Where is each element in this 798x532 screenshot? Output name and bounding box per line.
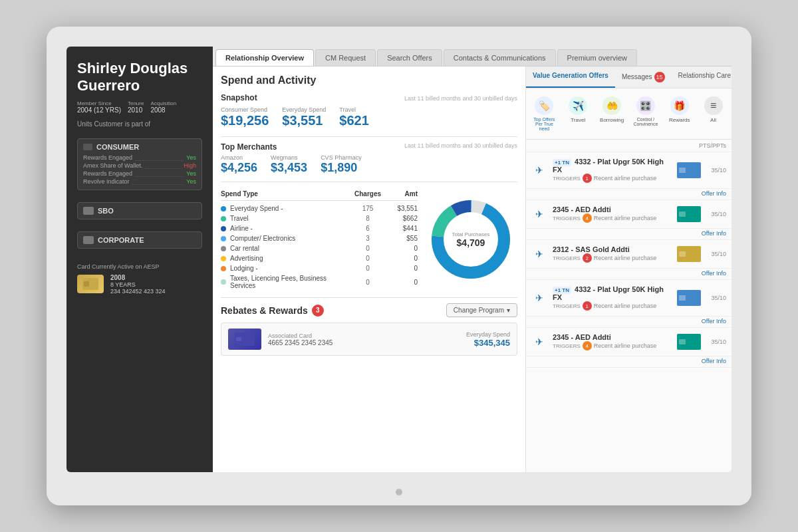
consumer-title: CONSUMER: [96, 143, 139, 151]
tab-search-offers[interactable]: Search Offers: [377, 49, 442, 66]
right-tab-messages[interactable]: Messages15: [615, 66, 672, 88]
consumer-icon: [83, 144, 92, 150]
travel-item: Travel $621: [339, 106, 369, 128]
tab-relationship-overview[interactable]: Relationship Overview: [215, 49, 314, 66]
spend-name: Lodging -: [230, 265, 351, 272]
trigger-text: Recent airline purchase: [594, 255, 657, 261]
svg-rect-1: [84, 281, 89, 287]
borrowing-icon: 🤲: [602, 96, 621, 115]
trigger-badge: 4: [583, 341, 592, 350]
offer-body: 2345 - AED Addti TRIGGERS 4 Recent airli…: [553, 333, 672, 350]
offer-info-link[interactable]: Offer Info: [526, 356, 732, 368]
svg-rect-15: [679, 251, 686, 257]
vgo-cat-control[interactable]: 🎛️ Control /Convinence: [630, 94, 661, 134]
offer-pts: 35/10: [706, 338, 726, 345]
offer-item: ✈ +1 TN 4332 - Plat Upgr 50K High FX TRI…: [526, 152, 732, 189]
change-program-button[interactable]: Change Program ▾: [446, 303, 517, 317]
offer-pts: 35/10: [706, 251, 726, 257]
spend-amt: $441: [384, 225, 418, 232]
corporate-unit-card[interactable]: CORPORATE: [77, 231, 202, 249]
right-tab-vgo[interactable]: Value Generation Offers: [526, 66, 615, 88]
units-label: Units Customer is part of: [77, 120, 202, 128]
consumer-row-2: Amex Share of Wallet. High: [83, 162, 196, 170]
offer-thumbnail: [677, 206, 701, 222]
donut-label: Total Purchases $4,709: [452, 231, 490, 247]
rebates-header: Rebates & Rewards 3 Change Program ▾: [221, 303, 517, 317]
aesp-label: Card Currently Active on AESP: [77, 263, 202, 270]
offer-plane-icon: ✈: [531, 290, 547, 306]
offer-body: 2345 - AED Addti TRIGGERS 4 Recent airli…: [553, 205, 672, 223]
pts-label: PTS/PPTs: [699, 142, 726, 149]
offer-thumbnail: [677, 334, 701, 350]
spend-amt: $662: [384, 215, 418, 222]
offer-body: +1 TN 4332 - Plat Upgr 50K High FX TRIGG…: [553, 285, 672, 311]
rebate-card-number: 4665 2345 2345 2345: [268, 339, 460, 346]
tenure-label: Tenure: [128, 100, 144, 106]
offer-info-link[interactable]: Offer Info: [526, 317, 732, 328]
spend-row-item: Taxes, Licencing Fees, Business Services…: [221, 273, 418, 291]
offer-title: +1 TN 4332 - Plat Upgr 50K High FX: [553, 285, 672, 301]
spend-charges: 3: [351, 235, 384, 242]
offer-pts: 35/10: [706, 211, 726, 217]
offer-trigger: TRIGGERS 1 Recent airline purchase: [553, 174, 672, 183]
offer-plus-badge: +1 TN: [553, 159, 571, 166]
spend-row-item: Car rental 0 0: [221, 243, 418, 253]
rebates-section: Rebates & Rewards 3 Change Program ▾: [221, 297, 517, 356]
vgo-cat-rewards[interactable]: 🎁 Rewards: [664, 94, 695, 134]
rebates-badge: 3: [312, 305, 324, 317]
tenure-value: 2010: [128, 106, 144, 114]
spend-charges: 0: [351, 255, 384, 262]
spend-amt: $3,551: [384, 205, 418, 212]
everyday-spend-item: Everyday Spend $3,551: [282, 106, 326, 128]
spend-row-item: Computer/ Electronics 3 $55: [221, 233, 418, 243]
offer-trigger: TRIGGERS 1 Recent airline purchase: [553, 301, 672, 311]
offer-info-link[interactable]: Offer Info: [526, 229, 732, 240]
sbo-unit-card[interactable]: SBO: [77, 202, 202, 219]
offer-item: ✈ +1 TN 4332 - Plat Upgr 50K High FX TRI…: [526, 280, 732, 317]
offer-group: ✈ 2345 - AED Addti TRIGGERS 4 Recent air…: [526, 200, 732, 240]
offer-trigger: TRIGGERS 4 Recent airline purchase: [553, 341, 672, 350]
spend-name: Taxes, Licencing Fees, Business Services: [230, 275, 351, 289]
all-icon: ≡: [704, 96, 723, 115]
spend-amt: $55: [384, 235, 418, 242]
vgo-cat-travel[interactable]: ✈️ Travel: [563, 94, 594, 134]
offer-group: ✈ 2345 - AED Addti TRIGGERS 4 Recent air…: [526, 328, 732, 368]
vgo-cat-top-offers[interactable]: 🏷️ Top OffersPer True need: [529, 94, 560, 134]
offer-info-link[interactable]: Offer Info: [526, 189, 732, 200]
offer-thumbnail: [677, 290, 701, 306]
consumer-unit-card[interactable]: CONSUMER Rewards Engaged Yes Amex Share …: [77, 138, 202, 190]
spend-dot: [221, 216, 226, 221]
sbo-icon: [83, 207, 94, 215]
rebate-card-row: Associated Card 4665 2345 2345 2345 Ever…: [221, 323, 517, 356]
wegmans-label: Wegmans: [271, 154, 307, 161]
rebate-card-type: Associated Card: [268, 332, 460, 339]
snapshot-label: Snapshot: [221, 93, 257, 102]
offer-title: +1 TN 4332 - Plat Upgr 50K High FX: [553, 158, 672, 174]
svg-rect-19: [679, 339, 686, 344]
tab-contacts-communications[interactable]: Contacts & Communications: [444, 49, 556, 66]
card-number: 234 342452 423 324: [110, 288, 166, 295]
spend-name: Computer/ Electronics: [230, 235, 351, 242]
offer-info-link[interactable]: Offer Info: [526, 269, 732, 280]
offer-thumbnail: [677, 162, 701, 178]
top-offers-icon: 🏷️: [535, 96, 553, 115]
vgo-cat-borrowing[interactable]: 🤲 Borrowing: [597, 94, 628, 134]
vgo-cat-all[interactable]: ≡ All: [698, 94, 729, 134]
right-tab-care-history[interactable]: Relationship Care History: [672, 66, 732, 88]
tab-cm-request[interactable]: CM Request: [315, 49, 376, 66]
offer-plane-icon: ✈: [531, 162, 547, 178]
rebate-card-image: [228, 329, 261, 350]
offer-item: ✈ 2345 - AED Addti TRIGGERS 4 Recent air…: [526, 200, 732, 229]
tab-premium-overview[interactable]: Premium overview: [557, 49, 637, 66]
merchants-label: Top Merchants: [221, 142, 277, 152]
offer-item: ✈ 2345 - AED Addti TRIGGERS 4 Recent air…: [526, 328, 732, 356]
merchants-row: Amazon $4,256 Wegmans $3,453 CVS Pharmac…: [221, 154, 517, 175]
customer-meta: Member Since 2004 (12 YRS) Tenure 2010 A…: [77, 100, 202, 114]
svg-rect-9: [236, 337, 241, 341]
card-info: 2008 8 YEARS 234 342452 423 324: [110, 274, 166, 295]
main-content: Spend and Activity Snapshot Last 11 bill…: [213, 66, 732, 472]
svg-rect-11: [679, 168, 686, 173]
tabs-bar: Relationship Overview CM Request Search …: [213, 47, 732, 66]
rebate-spend-label: Everyday Spend: [466, 331, 510, 338]
trigger-badge: 1: [583, 301, 592, 311]
